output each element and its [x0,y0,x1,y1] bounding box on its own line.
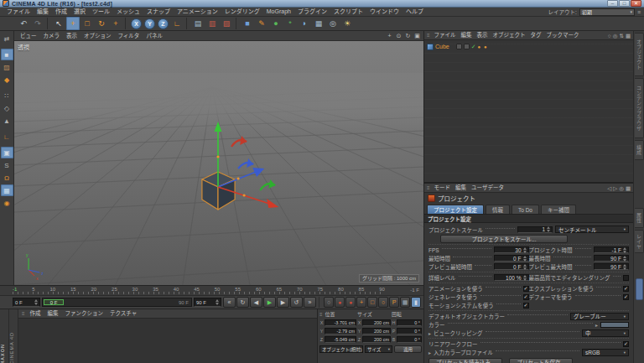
tab-layers[interactable]: レイヤ [635,230,644,253]
rotation-field[interactable]: 0 ° [397,336,422,343]
pin-icon[interactable]: ◎ [619,184,624,192]
scale-tool-icon[interactable]: □ [80,17,94,30]
use-motion-system-checkbox[interactable]: ✓ [523,303,529,309]
quantize-icon[interactable]: ▦ [1,184,13,196]
layout-select[interactable]: 初期 ▾ [579,8,635,16]
size-field[interactable]: 200 cm [362,328,391,334]
tab-content-browser[interactable]: コンテンツブラウザ [635,78,644,138]
z-axis-lock-icon[interactable]: Z [158,18,169,29]
pan-view-icon[interactable]: + [386,32,393,39]
menu-item[interactable]: ヘルプ [402,8,427,16]
menu-item[interactable]: メッシュ [113,8,143,16]
number-field[interactable]: 30 [494,246,529,253]
move-tool-icon[interactable]: + [66,17,80,30]
project-scale-button[interactable]: プロジェクトをスケール... [440,235,568,243]
back-icon[interactable]: ◁ [607,184,611,192]
viewport-solo-icon[interactable]: ▣ [1,147,13,158]
visibility-dots[interactable]: ● ● [478,44,488,49]
object-row[interactable]: Cube ✓ ● ● [427,42,631,51]
object-tree[interactable]: Cube ✓ ● ● [424,40,633,182]
keyframe-selection-icon[interactable]: ▮ [411,297,421,308]
object-manager-menu-item[interactable]: 編集 [459,31,475,39]
menu-item[interactable]: MoGraph [263,8,294,16]
snap-icon[interactable]: S [1,159,13,171]
use-expressions-checkbox[interactable]: ✓ [623,286,629,292]
menu-item[interactable]: 選択 [70,8,89,16]
panel-icon[interactable]: ▦ [626,184,631,192]
keyframe-off-icon[interactable]: ○ [324,297,334,308]
make-editable-icon[interactable]: ⇄ [1,33,13,44]
preset-load-button[interactable]: プリセットを読み込み... [428,358,502,363]
maximize-button[interactable]: □ [619,0,630,7]
coords-mode-select[interactable]: オブジェクト(相対) ▾ [319,345,363,353]
attribute-menu-item[interactable]: ユーザデータ [469,184,506,192]
close-button[interactable]: ✕ [631,0,641,7]
coordinate-system-icon[interactable]: ∟ [170,17,184,30]
render-view-icon[interactable]: ▤ [191,17,205,30]
tab-attributes[interactable]: 属性 [635,208,644,228]
number-field[interactable]: 90 F [594,255,629,262]
object-manager-menu-item[interactable]: オブジェクト [491,31,528,39]
editor-render-checkbox[interactable] [623,275,629,281]
use-generators-checkbox[interactable]: ✓ [523,294,529,300]
stepper-icon[interactable] [216,299,219,305]
coords-size-select[interactable]: サイズ ▾ [365,345,392,353]
position-field[interactable]: -3.701 cm [325,319,356,326]
attribute-tab[interactable]: プロジェクト設定 [427,205,484,214]
stepper-icon[interactable] [623,264,626,270]
previous-frame-icon[interactable]: ◀ [250,297,262,308]
menu-item[interactable]: ウインドウ [366,8,402,16]
separator[interactable] [186,18,189,29]
play-sound-icon[interactable]: ↺ [290,297,303,308]
subdivision-surface-icon[interactable]: ● [269,17,283,30]
stepper-icon[interactable] [523,256,527,262]
play-icon[interactable]: ▶ [263,297,276,308]
scrollbar-thumb[interactable] [636,278,643,300]
menu-item[interactable]: スクリプト [330,8,366,16]
use-deformers-checkbox[interactable]: ✓ [623,294,629,300]
key-parameter-icon[interactable]: P [389,297,399,308]
last-tool-icon[interactable]: + [109,17,122,30]
timeline-ruler[interactable]: -151015202530354045505560657075808590 -1… [0,285,423,295]
view-clipping-select[interactable]: 中 ▾ [582,329,629,337]
key-scale-icon[interactable]: □ [367,297,377,308]
tab-objects[interactable]: オブジェクト [635,33,644,76]
viewport-menu-item[interactable]: オプション [80,32,115,40]
points-mode-icon[interactable]: ∷ [1,90,13,101]
stepper-icon[interactable] [523,275,527,281]
stepper-icon[interactable] [623,256,626,262]
workplane-mode-icon[interactable]: ◆ [1,74,13,86]
timeline-marker[interactable]: 0 F [44,299,64,305]
autokey-icon[interactable]: ● [345,297,356,308]
viewport-menu-item[interactable]: 表示 [63,32,80,40]
x-axis-lock-icon[interactable]: X [131,18,142,29]
menu-item[interactable]: アニメーション [174,8,221,16]
object-manager-menu-item[interactable]: ファイル [432,31,459,39]
camera-icon[interactable]: ◎ [326,17,340,30]
material-menu-item[interactable]: テクスチャ [106,309,140,318]
goto-start-icon[interactable]: « [223,297,236,308]
object-manager-menu-item[interactable]: ブックマーク [544,31,582,39]
model-mode-icon[interactable]: ■ [1,49,13,60]
material-menu-item[interactable]: 編集 [44,309,62,318]
environment-icon[interactable]: ◗ [298,17,311,30]
attribute-tab[interactable]: キー補間 [541,205,576,214]
number-field[interactable]: -1 F [594,246,629,253]
timeline-slider[interactable]: 0 F 90 F [42,298,192,307]
scale-unit-select[interactable]: センチメートル ▾ [555,226,629,233]
attribute-tab[interactable]: 情報 [486,205,510,214]
rotate-tool-icon[interactable]: ↻ [95,17,108,30]
add-cube-icon[interactable]: ■ [241,17,254,30]
render-settings-icon[interactable]: ▥ [205,17,219,30]
next-frame-icon[interactable]: ▶ [277,297,289,308]
stepper-icon[interactable] [623,247,626,253]
attribute-tab[interactable]: To Do [512,205,539,214]
texture-mode-icon[interactable]: ▨ [1,61,13,73]
goto-end-icon[interactable]: » [304,297,316,308]
floor-icon[interactable]: ▦ [312,17,325,30]
separator[interactable] [47,18,49,29]
range-start-field[interactable]: 0 F [13,298,40,307]
material-menu-item[interactable]: ファンクション [62,309,107,318]
attribute-menu-item[interactable]: 編集 [453,184,469,192]
pen-spline-icon[interactable]: ✎ [255,17,268,30]
